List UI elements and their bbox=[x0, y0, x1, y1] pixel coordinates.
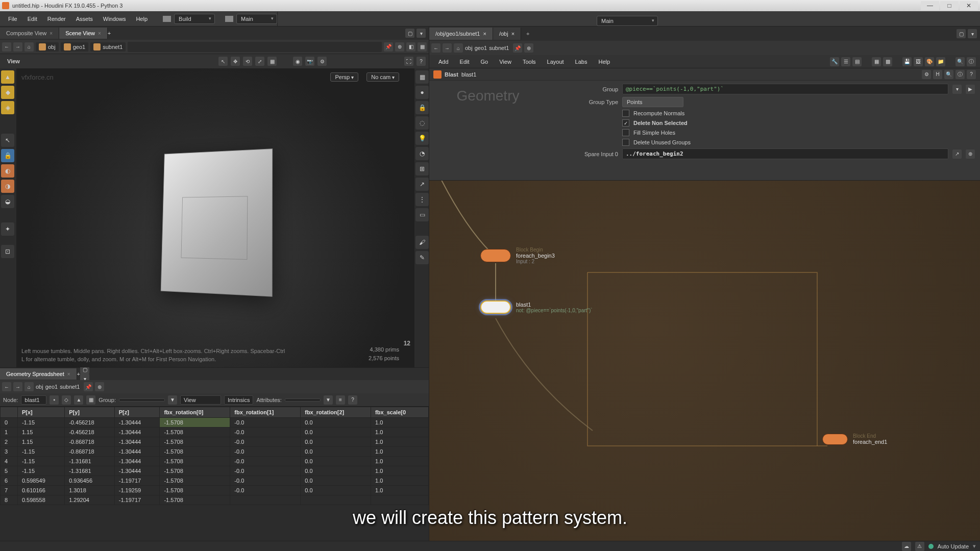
tab-subnet1[interactable]: /obj/geo1/subnet1× bbox=[429, 28, 493, 40]
tab-composite-view[interactable]: Composite View× bbox=[0, 28, 59, 39]
net-path-subnet1[interactable]: subnet1 bbox=[489, 45, 509, 51]
home-icon[interactable]: ⌂ bbox=[24, 42, 34, 52]
spare-input-field[interactable]: ../foreach_begin2 bbox=[622, 148, 948, 159]
table-header[interactable]: P[y] bbox=[65, 407, 115, 418]
filter-icon[interactable]: ▼ bbox=[168, 395, 177, 405]
grouptype-dropdown[interactable]: Points bbox=[622, 97, 683, 107]
table-row[interactable]: 11.15-0.456218-1.30444-1.5708-0.00.01.0 bbox=[1, 428, 429, 437]
move-icon[interactable]: ✥ bbox=[231, 57, 240, 66]
fill-holes-checkbox[interactable] bbox=[622, 129, 629, 136]
pin-icon[interactable]: 📌 bbox=[384, 42, 393, 52]
tool-snap[interactable]: ◈ bbox=[1, 101, 14, 114]
info-icon[interactable]: ⓘ bbox=[967, 57, 976, 66]
radial-selector[interactable]: Main bbox=[597, 16, 658, 26]
home-icon[interactable]: ⌂ bbox=[24, 382, 34, 391]
menu-edit[interactable]: Edit bbox=[22, 13, 42, 25]
close-icon[interactable]: × bbox=[483, 31, 486, 37]
net-menu-layout[interactable]: Layout bbox=[542, 57, 569, 67]
attributes-field[interactable] bbox=[285, 398, 321, 402]
close-icon[interactable]: × bbox=[67, 371, 70, 377]
tool-select[interactable]: ▲ bbox=[1, 70, 14, 84]
home-icon[interactable]: ⌂ bbox=[454, 43, 463, 53]
points-mode-icon[interactable]: ▪ bbox=[50, 395, 59, 405]
tool-c[interactable]: ◒ bbox=[1, 195, 14, 208]
menu-render[interactable]: Render bbox=[42, 13, 71, 25]
menu-help[interactable]: Help bbox=[131, 13, 153, 25]
ss-path-geo1[interactable]: geo1 bbox=[45, 384, 58, 390]
verts-mode-icon[interactable]: ◇ bbox=[62, 395, 71, 405]
settings-icon[interactable]: ≡ bbox=[336, 395, 345, 405]
forward-icon[interactable]: → bbox=[443, 43, 452, 53]
ss-path-obj[interactable]: obj bbox=[36, 384, 43, 390]
table-row[interactable]: 80.5985581.29204-1.19717-1.5708 bbox=[1, 495, 429, 505]
view-dropdown[interactable]: View bbox=[180, 395, 221, 405]
display-shaded-icon[interactable]: ● bbox=[415, 86, 429, 99]
select-icon[interactable]: ↖ bbox=[218, 57, 228, 66]
camera-menu[interactable]: No cam ▾ bbox=[366, 72, 399, 82]
tool-pointer[interactable]: ↖ bbox=[1, 134, 14, 147]
tool-handles[interactable]: ◆ bbox=[1, 86, 14, 99]
pen-icon[interactable]: ✎ bbox=[415, 251, 429, 264]
scale-icon[interactable]: ⤢ bbox=[255, 57, 264, 66]
net-menu-go[interactable]: Go bbox=[476, 57, 494, 67]
net-menu-view[interactable]: View bbox=[494, 57, 517, 67]
node-blast1[interactable]: blast1 not: @piece==`points(-1,0,"part")… bbox=[480, 300, 593, 314]
pane-menu-icon[interactable]: ▾ bbox=[968, 29, 977, 38]
table-header[interactable]: P[z] bbox=[114, 407, 160, 418]
help-icon[interactable]: ? bbox=[416, 57, 426, 66]
tool-axis[interactable]: ✦ bbox=[1, 222, 14, 236]
display-grid-icon[interactable]: ⊞ bbox=[415, 162, 429, 176]
group-field[interactable] bbox=[119, 398, 165, 402]
intrinsics-dropdown[interactable]: Intrinsics bbox=[224, 395, 253, 405]
display-bulb-icon[interactable]: ◔ bbox=[415, 147, 429, 160]
tool-b[interactable]: ◑ bbox=[1, 180, 14, 193]
prims-mode-icon[interactable]: ▲ bbox=[74, 395, 83, 405]
image-icon[interactable]: 🖼 bbox=[914, 57, 923, 66]
table-row[interactable]: 4-1.15-1.31681-1.30444-1.5708-0.00.01.0 bbox=[1, 457, 429, 466]
palette-icon[interactable]: 🎨 bbox=[925, 57, 934, 66]
auto-update-menu[interactable]: ▾ bbox=[973, 543, 976, 549]
table-row[interactable]: 21.15-0.868718-1.30444-1.5708-0.00.01.0 bbox=[1, 437, 429, 447]
display-wire-icon[interactable]: ▦ bbox=[415, 70, 429, 84]
pin-icon[interactable]: 📌 bbox=[513, 43, 522, 53]
pane-menu-icon[interactable]: ▾ bbox=[416, 29, 426, 38]
rotate-icon[interactable]: ⟲ bbox=[243, 57, 252, 66]
menu-file[interactable]: File bbox=[3, 13, 22, 25]
choose-icon[interactable]: ⊕ bbox=[966, 149, 975, 159]
forward-icon[interactable]: → bbox=[13, 42, 22, 52]
link-icon[interactable]: ⊕ bbox=[524, 43, 533, 53]
folder-icon[interactable]: 📁 bbox=[936, 57, 945, 66]
back-icon[interactable]: ← bbox=[431, 43, 440, 53]
table-header[interactable]: fbx_rotation[0] bbox=[160, 407, 230, 418]
display-ghost-icon[interactable]: ◌ bbox=[415, 116, 429, 130]
camera-icon[interactable]: 📷 bbox=[305, 57, 314, 66]
display-points-icon[interactable]: ⋮ bbox=[415, 193, 429, 206]
net-path-geo1[interactable]: geo1 bbox=[475, 45, 487, 51]
display-light-icon[interactable]: 💡 bbox=[415, 132, 429, 145]
filter2-icon[interactable]: ▼ bbox=[324, 395, 333, 405]
path-obj[interactable]: obj bbox=[36, 42, 59, 52]
h-icon[interactable]: H bbox=[933, 70, 942, 79]
forward-icon[interactable]: → bbox=[13, 382, 22, 391]
table-row[interactable]: 5-1.15-1.31681-1.30444-1.5708-0.00.01.0 bbox=[1, 466, 429, 476]
record-icon[interactable]: ◉ bbox=[293, 57, 302, 66]
net-menu-tools[interactable]: Tools bbox=[518, 57, 541, 67]
add-tab-button[interactable]: + bbox=[108, 30, 111, 36]
net-menu-edit[interactable]: Edit bbox=[455, 57, 475, 67]
node-name-field[interactable]: blast1 bbox=[461, 71, 476, 78]
close-icon[interactable]: × bbox=[50, 31, 53, 36]
cloud-icon[interactable]: ☁ bbox=[902, 542, 911, 551]
close-icon[interactable]: × bbox=[511, 31, 514, 37]
display-bbox-icon[interactable]: ▭ bbox=[415, 208, 429, 221]
path-field[interactable] bbox=[128, 42, 382, 52]
help-icon[interactable]: ? bbox=[967, 70, 976, 79]
table-header[interactable]: fbx_rotation[2] bbox=[301, 407, 371, 418]
tab-obj[interactable]: /obj× bbox=[493, 28, 521, 40]
path-geo1[interactable]: geo1 bbox=[61, 42, 88, 52]
gear-icon[interactable]: ⚙ bbox=[317, 57, 327, 66]
add-tab-button[interactable]: + bbox=[521, 28, 534, 40]
warning-icon[interactable]: ⚠ bbox=[915, 542, 924, 551]
net-menu-help[interactable]: Help bbox=[593, 57, 615, 67]
snap-icon[interactable]: ▦ bbox=[267, 57, 277, 66]
pin-icon[interactable]: 📌 bbox=[84, 382, 93, 391]
